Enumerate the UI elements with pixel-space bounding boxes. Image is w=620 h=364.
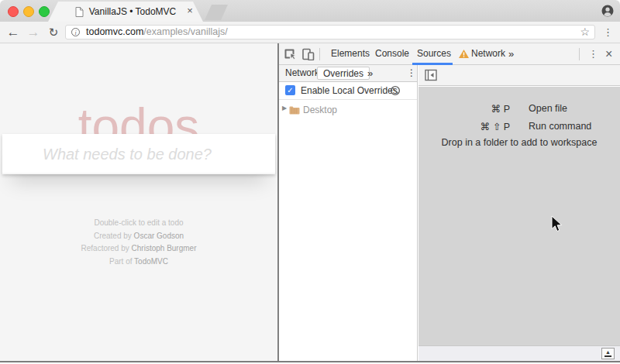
url-text: todomvc.com/examples/vanillajs/	[86, 26, 228, 39]
editor-bottom-scrollbar: ▲	[418, 345, 620, 361]
device-toolbar-icon[interactable]	[301, 48, 315, 60]
sidebar-tab-network[interactable]: Network	[285, 65, 319, 81]
warning-icon	[459, 50, 469, 58]
inspect-element-icon[interactable]	[284, 48, 297, 60]
author-link[interactable]: Oscar Godson	[134, 232, 184, 240]
toolbar-divider	[579, 48, 580, 60]
window-titlebar: VanillaJS • TodoMVC ×	[0, 0, 620, 22]
scroll-up-button[interactable]: ▲	[601, 348, 615, 359]
footer-hint-line: Double-click to edit a todo	[0, 217, 277, 230]
back-button[interactable]: ←	[5, 22, 22, 43]
enable-overrides-checkbox[interactable]: ✓	[285, 85, 295, 95]
devtools-menu-icon[interactable]: ⋮	[588, 43, 598, 64]
reload-button[interactable]: ↻	[45, 22, 62, 43]
sidebar-tab-overrides[interactable]: Overrides	[317, 67, 370, 80]
enable-overrides-row: ✓ Enable Local Overrides	[279, 82, 417, 100]
folder-icon	[289, 105, 300, 115]
toggle-navigator-icon[interactable]	[425, 69, 437, 81]
tab-elements[interactable]: Elements	[331, 43, 370, 64]
sidebar-menu-icon[interactable]: ⋮	[407, 65, 416, 81]
url-path: /examples/vanillajs/	[143, 26, 227, 37]
shortcut-label: Open file	[529, 103, 567, 114]
new-tab-button[interactable]	[205, 5, 228, 20]
disclosure-triangle-icon[interactable]: ▶	[282, 105, 287, 112]
address-bar[interactable]: i todomvc.com/examples/vanillajs/ ☆	[65, 25, 595, 39]
page-info-icon[interactable]: i	[71, 28, 80, 36]
browser-menu-icon[interactable]: ⋮	[603, 22, 613, 43]
enable-overrides-label: Enable Local Overrides	[301, 82, 398, 99]
mouse-cursor	[550, 215, 563, 234]
minimize-window-button[interactable]	[23, 6, 34, 17]
footer-part-line: Part of TodoMVC	[0, 256, 277, 269]
sidebar-tab-strip: Network Overrides » ⋮	[279, 65, 417, 82]
window-bottom-edge	[0, 361, 620, 362]
forward-button[interactable]: →	[25, 22, 42, 43]
close-window-button[interactable]	[8, 6, 19, 17]
devtools-panel: Elements Console Sources Network » ⋮ × N…	[279, 43, 620, 361]
tab-sources[interactable]: Sources	[417, 43, 451, 64]
new-todo-input[interactable]	[2, 134, 275, 174]
devtools-toolbar: Elements Console Sources Network » ⋮ ×	[279, 43, 620, 65]
browser-tab[interactable]: VanillaJS • TodoMVC	[48, 2, 203, 22]
sources-sidebar: Network Overrides » ⋮ ✓ Enable Local Ove…	[279, 65, 418, 361]
url-domain: todomvc.com	[86, 26, 143, 37]
more-tabs-icon[interactable]: »	[508, 43, 514, 64]
zoom-window-button[interactable]	[39, 6, 50, 17]
editor-placeholder: ⌘ P Open file ⌘ ⇧ P Run command Drop in …	[418, 87, 620, 345]
shortcut-open-file: ⌘ P Open file	[418, 103, 620, 115]
shortcut-keys: ⌘ ⇧ P	[480, 121, 510, 132]
todomvc-page: todos Double-click to edit a todo Create…	[0, 43, 277, 362]
editor-minibar	[418, 65, 620, 86]
footer-created-line: Created by Oscar Godson	[0, 230, 277, 243]
shortcut-keys: ⌘ P	[491, 103, 510, 115]
profile-avatar-icon[interactable]	[601, 5, 614, 17]
tab-title: VanillaJS • TodoMVC	[89, 6, 176, 17]
toolbar-divider	[319, 48, 320, 60]
browser-window: VanillaJS • TodoMVC × ← → ↻ i todomvc.co…	[0, 0, 620, 364]
sidebar-more-tabs-icon[interactable]: »	[367, 65, 373, 81]
shortcut-label: Run command	[529, 121, 591, 132]
tab-close-icon[interactable]: ×	[184, 5, 195, 16]
folder-label: Desktop	[303, 104, 337, 116]
tab-network[interactable]: Network	[471, 43, 505, 64]
page-icon	[75, 7, 84, 17]
shortcut-run-command: ⌘ ⇧ P Run command	[418, 121, 620, 133]
devtools-close-icon[interactable]: ×	[605, 43, 612, 64]
drop-folder-hint: Drop in a folder to add to workspace	[418, 137, 620, 148]
footer-refactored-line: Refactored by Christoph Burgmer	[0, 242, 277, 256]
tab-console[interactable]: Console	[375, 43, 409, 64]
browser-toolbar: ← → ↻ i todomvc.com/examples/vanillajs/ …	[0, 22, 620, 43]
bookmark-star-icon[interactable]: ☆	[580, 26, 590, 39]
sources-editor-pane: ⌘ P Open file ⌘ ⇧ P Run command Drop in …	[418, 65, 620, 361]
clear-overrides-icon[interactable]	[390, 85, 401, 96]
refactorer-link[interactable]: Christoph Burgmer	[132, 244, 197, 252]
todomvc-link[interactable]: TodoMVC	[134, 257, 168, 266]
todo-footer-info: Double-click to edit a todo Created by O…	[0, 217, 277, 268]
workspace-folder-row[interactable]: ▶ Desktop	[279, 104, 417, 118]
